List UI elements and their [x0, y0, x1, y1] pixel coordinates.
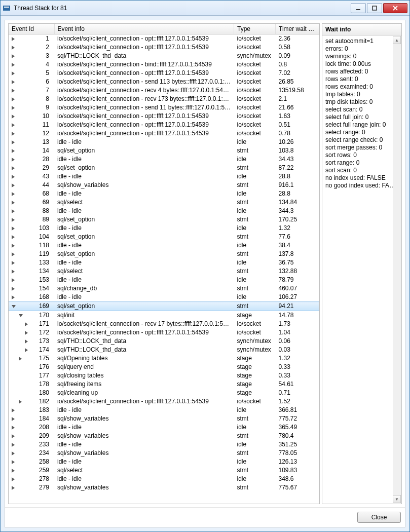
- expander-closed-icon[interactable]: [25, 348, 28, 352]
- table-row[interactable]: 69sql/selectstmt134.84: [9, 198, 319, 207]
- col-header-timer[interactable]: Timer wait [µs]: [276, 24, 319, 34]
- table-row[interactable]: 168idle - idleidle106.27: [9, 293, 319, 302]
- table-row[interactable]: 170sql/initstage14.78: [9, 311, 319, 320]
- sidepanel-scrollbar[interactable]: ▲ ▼: [393, 36, 401, 503]
- table-row[interactable]: 278idle - idleidle348.6: [9, 475, 319, 483]
- table-row[interactable]: 13idle - idleidle10.26: [9, 138, 319, 146]
- expander-closed-icon[interactable]: [12, 140, 15, 144]
- expander-closed-icon[interactable]: [12, 244, 15, 248]
- titlebar[interactable]: Thread Stack for 81: [1, 1, 409, 16]
- table-row[interactable]: 28idle - idleidle34.43: [9, 155, 319, 164]
- expander-closed-icon[interactable]: [12, 63, 15, 67]
- scroll-up-icon[interactable]: ▲: [393, 36, 401, 44]
- expander-closed-icon[interactable]: [25, 322, 28, 326]
- col-header-event-id[interactable]: Event Id: [9, 24, 54, 34]
- table-row[interactable]: 12io/socket/sql/client_connection - opt:…: [9, 129, 319, 138]
- table-row[interactable]: 233idle - idleidle351.25: [9, 440, 319, 449]
- expander-closed-icon[interactable]: [12, 226, 15, 231]
- expander-closed-icon[interactable]: [19, 400, 22, 404]
- table-row[interactable]: 184sql/show_variablesstmt775.72: [9, 414, 319, 423]
- table-row[interactable]: 259sql/selectstmt109.83: [9, 466, 319, 475]
- close-window-button[interactable]: [383, 3, 407, 13]
- table-row[interactable]: 4io/socket/sql/client_connection - bind:…: [9, 60, 319, 69]
- scroll-down-icon[interactable]: ▼: [393, 495, 401, 503]
- expander-closed-icon[interactable]: [12, 158, 15, 162]
- expander-closed-icon[interactable]: [12, 426, 15, 430]
- table-row[interactable]: 177sql/closing tablesstage0.33: [9, 371, 319, 380]
- expander-closed-icon[interactable]: [12, 115, 15, 119]
- expander-closed-icon[interactable]: [12, 89, 15, 93]
- expander-closed-icon[interactable]: [12, 201, 15, 205]
- table-row[interactable]: 234sql/show_variablesstmt778.05: [9, 449, 319, 458]
- table-row[interactable]: 119sql/set_optionstmt137.8: [9, 250, 319, 258]
- table-row[interactable]: 5io/socket/sql/client_connection - opt::…: [9, 69, 319, 78]
- col-header-type[interactable]: Type: [234, 24, 276, 34]
- table-row[interactable]: 104sql/set_optionstmt77.6: [9, 233, 319, 241]
- expander-closed-icon[interactable]: [12, 149, 15, 153]
- table-row[interactable]: 174sql/THD::LOCK_thd_datasynch/mutex0.03: [9, 346, 319, 354]
- table-row[interactable]: 29sql/set_optionstmt87.22: [9, 164, 319, 172]
- expander-closed-icon[interactable]: [12, 37, 15, 41]
- table-row[interactable]: 6io/socket/sql/client_connection - send …: [9, 78, 319, 86]
- table-row[interactable]: 175sql/Opening tablesstage1.32: [9, 354, 319, 363]
- expander-closed-icon[interactable]: [12, 469, 15, 473]
- table-row[interactable]: 133idle - idleidle36.75: [9, 258, 319, 267]
- expander-closed-icon[interactable]: [12, 97, 15, 101]
- table-row[interactable]: 11io/socket/sql/client_connection - opt:…: [9, 121, 319, 129]
- expander-closed-icon[interactable]: [12, 192, 15, 196]
- expander-closed-icon[interactable]: [12, 80, 15, 84]
- events-table-wrap[interactable]: Event Id Event info Type Timer wait [µs]…: [8, 23, 320, 504]
- expander-open-icon[interactable]: [12, 305, 16, 308]
- table-row[interactable]: 1io/socket/sql/client_connection - opt::…: [9, 34, 319, 44]
- expander-closed-icon[interactable]: [12, 451, 15, 455]
- expander-open-icon[interactable]: [19, 314, 23, 317]
- table-row[interactable]: 68idle - idleidle28.8: [9, 189, 319, 198]
- expander-closed-icon[interactable]: [19, 357, 22, 361]
- table-row[interactable]: 173sql/THD::LOCK_thd_datasynch/mutex0.06: [9, 337, 319, 346]
- expander-closed-icon[interactable]: [12, 218, 15, 222]
- table-row[interactable]: 89sql/set_optionstmt170.25: [9, 215, 319, 224]
- table-row[interactable]: 209sql/show_variablesstmt780.4: [9, 432, 319, 440]
- table-row[interactable]: 9io/socket/sql/client_connection - send …: [9, 103, 319, 112]
- expander-closed-icon[interactable]: [12, 486, 15, 490]
- table-row[interactable]: 178sql/freeing itemsstage54.61: [9, 380, 319, 389]
- expander-closed-icon[interactable]: [12, 460, 15, 464]
- expander-closed-icon[interactable]: [12, 71, 15, 75]
- table-row[interactable]: 7io/socket/sql/client_connection - recv …: [9, 86, 319, 95]
- table-row[interactable]: 176sql/query endstage0.33: [9, 363, 319, 371]
- expander-closed-icon[interactable]: [12, 252, 15, 256]
- expander-closed-icon[interactable]: [12, 183, 15, 187]
- expander-closed-icon[interactable]: [25, 331, 28, 335]
- expander-closed-icon[interactable]: [12, 287, 15, 291]
- table-row[interactable]: 153idle - idleidle78.79: [9, 276, 319, 284]
- close-button[interactable]: Close: [357, 512, 401, 523]
- expander-closed-icon[interactable]: [12, 443, 15, 447]
- expander-closed-icon[interactable]: [12, 295, 15, 299]
- expander-closed-icon[interactable]: [12, 123, 15, 127]
- expander-closed-icon[interactable]: [12, 46, 15, 50]
- table-row[interactable]: 172io/socket/sql/client_connection - opt…: [9, 328, 319, 337]
- table-row[interactable]: 154sql/change_dbstmt460.07: [9, 284, 319, 293]
- expander-closed-icon[interactable]: [12, 270, 15, 274]
- table-row[interactable]: 10io/socket/sql/client_connection - opt:…: [9, 112, 319, 121]
- table-row[interactable]: 134sql/selectstmt132.88: [9, 267, 319, 276]
- expander-closed-icon[interactable]: [12, 417, 15, 421]
- expander-closed-icon[interactable]: [25, 339, 28, 344]
- expander-closed-icon[interactable]: [12, 166, 15, 170]
- table-row[interactable]: 169sql/set_optionstmt94.21: [9, 302, 319, 311]
- expander-closed-icon[interactable]: [12, 278, 15, 282]
- table-row[interactable]: 88idle - idleidle344.3: [9, 207, 319, 215]
- expander-closed-icon[interactable]: [12, 235, 15, 239]
- minimize-button[interactable]: [351, 3, 366, 13]
- table-row[interactable]: 14sql/set_optionstmt103.8: [9, 146, 319, 155]
- col-header-event-info[interactable]: Event info: [54, 24, 234, 34]
- expander-closed-icon[interactable]: [12, 434, 15, 438]
- maximize-button[interactable]: [367, 3, 382, 13]
- table-row[interactable]: 182io/socket/sql/client_connection - opt…: [9, 397, 319, 406]
- expander-closed-icon[interactable]: [12, 106, 15, 110]
- table-row[interactable]: 44sql/show_variablesstmt916.1: [9, 181, 319, 189]
- table-row[interactable]: 2io/socket/sql/client_connection - opt::…: [9, 43, 319, 52]
- expander-closed-icon[interactable]: [12, 261, 15, 265]
- expander-closed-icon[interactable]: [12, 132, 15, 136]
- table-row[interactable]: 3sql/THD::LOCK_thd_datasynch/mutex0.09: [9, 52, 319, 60]
